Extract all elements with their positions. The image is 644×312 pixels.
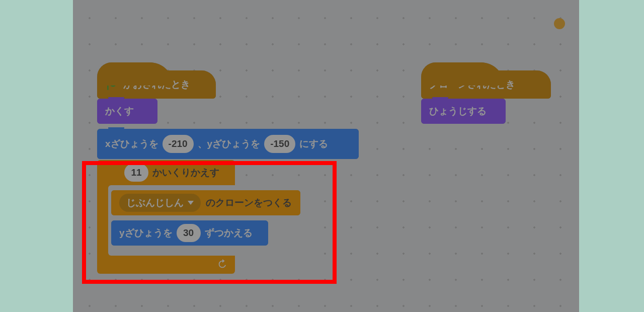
- repeat-block[interactable]: 11 かいくりかえす じぶんじしん のクローンをつくる yざひょうを 30 ずつ…: [97, 160, 235, 274]
- goto-y-input[interactable]: -150: [264, 135, 295, 153]
- create-clone-suffix: のクローンをつくる: [206, 196, 292, 209]
- chevron-down-icon: [188, 201, 194, 205]
- hide-label: かくす: [105, 105, 134, 118]
- when-cloned-block[interactable]: クローンされたとき: [421, 70, 551, 99]
- change-y-block[interactable]: yざひょうを 30 ずつかえる: [111, 220, 268, 246]
- scripts-canvas[interactable]: がおされたとき かくす xざひょうを -210 、yざひょうを -150 にする…: [73, 0, 579, 312]
- goto-xy-mid-label: 、yざひょうを: [198, 137, 261, 150]
- loop-arrow-icon: [217, 259, 228, 270]
- change-y-prefix: yざひょうを: [119, 226, 173, 240]
- repeat-body: じぶんじしん のクローンをつくる yざひょうを 30 ずつかえる: [108, 185, 319, 256]
- hide-block[interactable]: かくす: [97, 99, 157, 124]
- show-block[interactable]: ひょうじする: [421, 99, 506, 124]
- goto-x-input[interactable]: -210: [163, 135, 194, 153]
- goto-xy-block[interactable]: xざひょうを -210 、yざひょうを -150 にする: [97, 129, 359, 159]
- create-clone-block[interactable]: じぶんじしん のクローンをつくる: [111, 190, 300, 215]
- change-y-input[interactable]: 30: [177, 224, 201, 242]
- when-flag-clicked-block[interactable]: がおされたとき: [97, 70, 216, 99]
- goto-x-label: xざひょうを: [105, 137, 158, 150]
- decorative-dot: [554, 18, 565, 29]
- repeat-count-input[interactable]: 11: [124, 164, 148, 182]
- clone-target-dropdown[interactable]: じぶんじしん: [119, 194, 201, 212]
- clone-target-label: じぶんじしん: [126, 196, 184, 209]
- goto-suffix-label: にする: [299, 137, 328, 150]
- repeat-label: かいくりかえす: [152, 166, 219, 179]
- change-y-suffix: ずつかえる: [205, 226, 253, 240]
- show-label: ひょうじする: [429, 105, 487, 118]
